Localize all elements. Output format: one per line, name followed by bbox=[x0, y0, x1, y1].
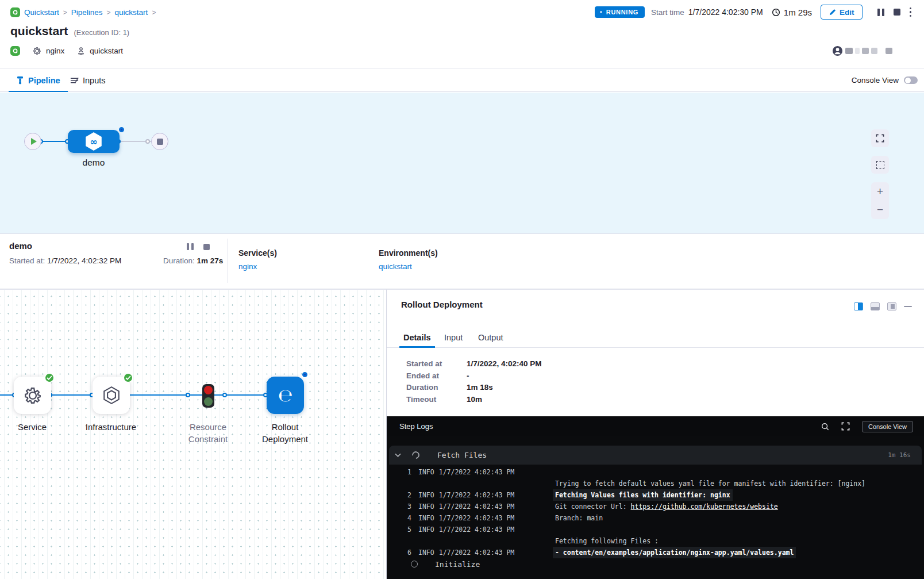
log-link[interactable]: https://github.com/kubernetes/website bbox=[631, 503, 778, 511]
play-icon bbox=[31, 138, 37, 145]
traffic-light-red bbox=[204, 386, 213, 394]
detail-label: Ended at bbox=[406, 371, 467, 380]
rollout-icon: ℮ bbox=[278, 385, 293, 405]
stage-node-demo[interactable]: ∞ bbox=[68, 130, 120, 153]
gear-icon bbox=[33, 47, 41, 55]
stage-hexagon-icon: ∞ bbox=[84, 132, 103, 151]
detail-value: 10m bbox=[467, 395, 482, 404]
step-logs-body[interactable]: Fetch Files 1m 16s 1INFO1/7/2022 4:02:43… bbox=[387, 436, 924, 579]
log-message: Fetching Values files with identifier: n… bbox=[553, 489, 733, 501]
page-title: quickstart bbox=[10, 24, 68, 38]
avatar-icon bbox=[832, 45, 843, 56]
fullscreen-button[interactable] bbox=[871, 129, 889, 147]
stage-duration: Duration: 1m 27s bbox=[163, 256, 223, 265]
view-tabbar: Pipeline Inputs Console View bbox=[0, 68, 924, 92]
log-line: 1INFO1/7/2022 4:02:43 PM bbox=[404, 466, 514, 478]
traffic-light-green bbox=[204, 397, 213, 406]
zoom-out-button[interactable]: − bbox=[877, 204, 883, 216]
environment-meta[interactable]: quickstart bbox=[77, 47, 123, 55]
inputs-icon bbox=[70, 76, 79, 85]
detail-label: Started at bbox=[406, 359, 467, 368]
log-section-title: Fetch Files bbox=[437, 451, 487, 459]
tab-output[interactable]: Output bbox=[478, 327, 503, 347]
log-message: Branch: main bbox=[555, 512, 603, 524]
step-logs-title: Step Logs bbox=[399, 422, 433, 431]
tab-inputs[interactable]: Inputs bbox=[70, 68, 106, 92]
service-meta[interactable]: nginx bbox=[33, 47, 64, 55]
step-label-service: Service bbox=[9, 421, 55, 433]
execution-id: (Execution ID: 1) bbox=[74, 28, 129, 37]
stage-info-strip: demo Started at: 1/7/2022, 4:02:32 PM Du… bbox=[0, 233, 924, 289]
header-actions: RUNNING Start time 1/7/2022 4:02:30 PM 1… bbox=[595, 5, 911, 19]
expand-logs-icon[interactable] bbox=[841, 422, 850, 431]
start-node[interactable] bbox=[24, 133, 41, 150]
svg-text:∞: ∞ bbox=[90, 136, 97, 147]
tab-pipeline[interactable]: Pipeline bbox=[16, 68, 60, 92]
pause-execution-button[interactable] bbox=[877, 9, 884, 16]
step-node-resource-constraint[interactable] bbox=[202, 384, 214, 408]
log-section-initialize[interactable]: Initialize bbox=[387, 555, 924, 573]
breadcrumb-separator: > bbox=[107, 9, 111, 17]
log-section-duration: 1m 16s bbox=[888, 451, 911, 459]
zoom-controls: + − bbox=[871, 182, 889, 219]
elapsed-time: 1m 29s bbox=[772, 7, 812, 17]
layout-split-icon[interactable] bbox=[854, 302, 863, 310]
chevron-down-icon[interactable] bbox=[395, 453, 401, 458]
loading-spinner-icon bbox=[410, 450, 421, 460]
zoom-in-button[interactable]: + bbox=[877, 185, 883, 198]
step-label-resource-constraint: ResourceConstraint bbox=[179, 421, 237, 445]
running-badge-icon bbox=[119, 127, 124, 132]
search-icon[interactable] bbox=[821, 423, 829, 431]
breadcrumb-link-pipeline-name[interactable]: quickstart bbox=[115, 8, 148, 17]
step-node-service[interactable] bbox=[14, 377, 51, 414]
clock-icon bbox=[772, 8, 780, 17]
more-options-icon[interactable] bbox=[910, 7, 912, 17]
stage-pause-button[interactable] bbox=[187, 243, 194, 250]
gear-icon bbox=[23, 386, 43, 405]
detail-value: 1m 18s bbox=[467, 383, 493, 392]
services-label: Service(s) bbox=[238, 248, 277, 258]
marquee-icon bbox=[876, 161, 884, 169]
service-link[interactable]: nginx bbox=[238, 262, 277, 271]
harness-logo-icon bbox=[10, 7, 20, 17]
step-detail-title: Rollout Deployment bbox=[401, 300, 483, 309]
log-section-title: Initialize bbox=[435, 560, 480, 569]
layout-right-icon[interactable] bbox=[887, 302, 896, 310]
pipeline-icon bbox=[16, 76, 24, 85]
cd-module-icon bbox=[10, 46, 20, 56]
console-view-toggle[interactable] bbox=[904, 76, 918, 84]
step-label-rollout-deployment: RolloutDeployment bbox=[251, 421, 319, 445]
stage-graph-canvas[interactable]: ∞ demo + − bbox=[0, 93, 924, 233]
breadcrumb-link-pipelines[interactable]: Pipelines bbox=[71, 8, 103, 17]
end-node[interactable] bbox=[151, 133, 168, 150]
log-message: Git connector Url: https://github.com/ku… bbox=[555, 501, 778, 512]
layout-bottom-icon[interactable] bbox=[871, 302, 880, 310]
stage-stop-button[interactable] bbox=[203, 244, 210, 250]
marquee-select-button[interactable] bbox=[871, 156, 889, 174]
stop-execution-button[interactable] bbox=[894, 9, 900, 16]
console-view-button[interactable]: Console View bbox=[862, 421, 913, 432]
detail-label: Timeout bbox=[406, 395, 467, 404]
stop-icon bbox=[157, 139, 163, 145]
infrastructure-hexagon-icon bbox=[102, 386, 121, 405]
success-check-icon bbox=[123, 373, 133, 383]
log-line: 3INFO1/7/2022 4:02:43 PM bbox=[404, 501, 514, 512]
tab-input[interactable]: Input bbox=[444, 327, 463, 347]
step-node-infrastructure[interactable] bbox=[93, 377, 130, 414]
step-graph-canvas[interactable]: ℮ Service Infrastructure ResourceConstra… bbox=[0, 289, 387, 579]
environment-link[interactable]: quickstart bbox=[379, 262, 438, 271]
status-badge: RUNNING bbox=[595, 6, 645, 18]
breadcrumb-separator: > bbox=[152, 9, 156, 17]
minimize-icon[interactable] bbox=[904, 306, 912, 308]
edit-button[interactable]: Edit bbox=[821, 5, 863, 20]
step-label-infrastructure: Infrastructure bbox=[76, 421, 145, 433]
start-time-label: Start time bbox=[651, 8, 684, 17]
log-message: Trying to fetch default values yaml file… bbox=[555, 478, 865, 489]
log-section-fetch-files[interactable]: Fetch Files 1m 16s bbox=[389, 446, 922, 465]
step-detail-panel: Rollout Deployment Details Input Output … bbox=[387, 289, 924, 579]
tab-details[interactable]: Details bbox=[403, 327, 431, 347]
step-logs-header: Step Logs Console View bbox=[387, 416, 924, 436]
log-line: 2INFO1/7/2022 4:02:43 PM bbox=[404, 489, 514, 501]
breadcrumb-link-quickstart[interactable]: Quickstart bbox=[24, 8, 59, 17]
step-node-rollout-deployment[interactable]: ℮ bbox=[267, 377, 304, 414]
